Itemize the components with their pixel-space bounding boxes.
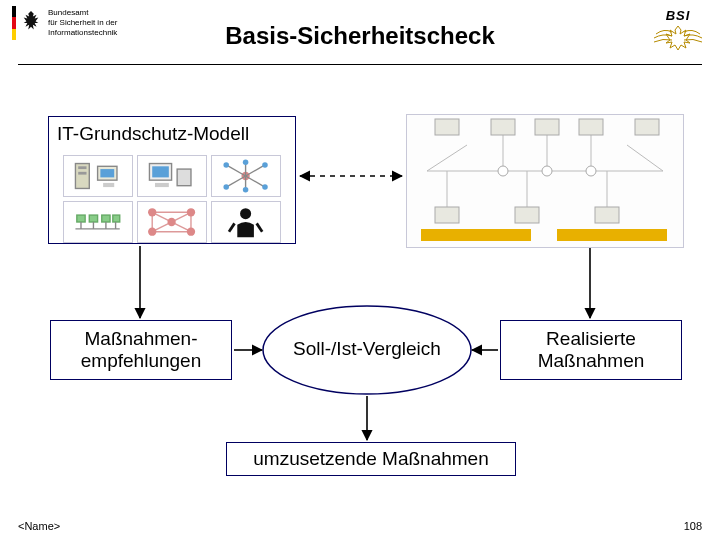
svg-rect-62: [421, 229, 531, 241]
person-icon: [215, 204, 276, 240]
bus-network-icon: [67, 204, 128, 240]
box-it-model: IT-Grundschutz-Modell: [48, 116, 296, 244]
network-diagram-icon: [406, 114, 684, 248]
model-cell: [63, 201, 133, 243]
ellipse-compare: Soll-/Ist-Vergleich: [258, 302, 476, 398]
svg-rect-24: [77, 215, 85, 222]
svg-rect-2: [79, 172, 87, 175]
realised-line2: Maßnahmen: [538, 350, 645, 371]
box-todo: umzusetzende Maßnahmen: [226, 442, 516, 476]
box-recommendations: Maßnahmen- empfehlungen: [50, 320, 232, 380]
footer-page-number: 108: [684, 520, 702, 532]
svg-rect-57: [515, 207, 539, 223]
footer-author: <Name>: [18, 520, 60, 532]
svg-point-22: [243, 187, 249, 193]
box-realised: Realisierte Maßnahmen: [500, 320, 682, 380]
svg-point-34: [148, 208, 156, 216]
svg-point-20: [263, 184, 269, 190]
svg-rect-55: [635, 119, 659, 135]
svg-point-39: [240, 208, 251, 219]
svg-point-37: [187, 228, 195, 236]
model-icon-grid: [63, 155, 281, 243]
recommend-line2: empfehlungen: [81, 350, 201, 371]
svg-line-13: [227, 176, 246, 187]
svg-rect-58: [595, 207, 619, 223]
svg-rect-56: [435, 207, 459, 223]
svg-line-12: [246, 165, 265, 176]
model-cell: [211, 201, 281, 243]
svg-point-19: [224, 184, 230, 190]
svg-line-11: [227, 165, 246, 176]
mesh-network-icon: [141, 204, 202, 240]
model-cell: [137, 201, 207, 243]
slide: Bundesamt für Sicherheit in der Informat…: [0, 0, 720, 540]
svg-line-14: [246, 176, 265, 187]
server-rack-icon: [67, 158, 128, 194]
svg-line-50: [627, 145, 663, 171]
model-cell: [137, 155, 207, 197]
svg-rect-4: [101, 169, 115, 177]
agency-line1: Bundesamt: [48, 8, 88, 17]
svg-rect-27: [113, 215, 120, 222]
svg-rect-52: [491, 119, 515, 135]
model-cell: [211, 155, 281, 197]
svg-point-35: [187, 208, 195, 216]
svg-point-36: [148, 228, 156, 236]
svg-rect-53: [535, 119, 559, 135]
svg-line-40: [229, 223, 235, 231]
svg-rect-25: [90, 215, 98, 222]
svg-rect-8: [155, 183, 169, 187]
ellipse-label: Soll-/Ist-Vergleich: [258, 338, 476, 360]
svg-point-17: [224, 162, 230, 168]
bsi-logo-text: BSI: [650, 8, 706, 23]
svg-rect-26: [102, 215, 110, 222]
star-network-icon: [215, 158, 276, 194]
svg-rect-5: [104, 183, 115, 187]
svg-line-41: [257, 223, 263, 231]
workstation-icon: [141, 158, 202, 194]
svg-rect-1: [79, 166, 87, 169]
title-underline: [18, 64, 702, 65]
todo-label: umzusetzende Maßnahmen: [253, 448, 489, 470]
svg-point-21: [243, 159, 249, 165]
model-cell: [63, 155, 133, 197]
svg-point-61: [586, 166, 596, 176]
svg-rect-54: [579, 119, 603, 135]
svg-point-60: [542, 166, 552, 176]
svg-rect-63: [557, 229, 667, 241]
realised-line1: Realisierte: [546, 328, 636, 349]
svg-point-18: [263, 162, 269, 168]
svg-rect-51: [435, 119, 459, 135]
svg-point-38: [168, 218, 176, 226]
slide-title: Basis-Sicherheitscheck: [0, 22, 720, 50]
svg-rect-9: [178, 169, 192, 186]
recommend-line1: Maßnahmen-: [85, 328, 198, 349]
svg-point-59: [498, 166, 508, 176]
box-it-model-label: IT-Grundschutz-Modell: [57, 123, 249, 145]
svg-rect-7: [153, 166, 170, 177]
svg-line-49: [427, 145, 467, 171]
